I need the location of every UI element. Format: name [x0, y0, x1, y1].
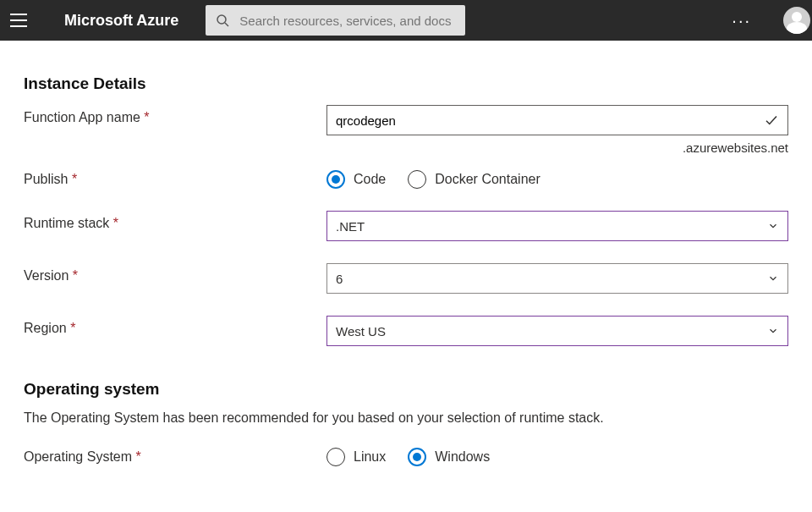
- top-bar: Microsoft Azure ···: [0, 0, 812, 41]
- hamburger-menu-icon[interactable]: [10, 12, 27, 29]
- radio-icon: [408, 448, 426, 466]
- publish-radio-group: Code Docker Container: [326, 167, 788, 189]
- required-mark: *: [113, 216, 118, 230]
- version-select[interactable]: 6: [326, 263, 788, 294]
- region-select[interactable]: West US: [326, 316, 788, 346]
- radio-icon: [408, 170, 426, 189]
- svg-line-1: [225, 23, 228, 26]
- chevron-down-icon: [767, 325, 779, 337]
- required-mark: *: [72, 172, 77, 186]
- label-runtime-stack: Runtime stack *: [24, 211, 326, 231]
- runtime-stack-select[interactable]: .NET: [326, 211, 788, 241]
- radio-icon: [326, 170, 345, 189]
- search-icon: [216, 14, 229, 27]
- os-radio-windows[interactable]: Windows: [408, 448, 490, 466]
- publish-radio-code[interactable]: Code: [326, 170, 386, 189]
- required-mark: *: [70, 321, 75, 335]
- function-app-name-field-wrapper: [326, 105, 788, 135]
- row-publish: Publish * Code Docker Container: [24, 167, 788, 189]
- svg-point-0: [217, 15, 226, 24]
- label-function-app-name: Function App name *: [24, 105, 326, 125]
- instance-details-heading: Instance Details: [24, 74, 788, 93]
- label-operating-system: Operating System *: [24, 444, 326, 465]
- label-publish: Publish *: [24, 167, 326, 187]
- form-content: Instance Details Function App name * .az…: [0, 41, 812, 466]
- operating-system-heading: Operating system: [24, 380, 788, 399]
- more-menu-icon[interactable]: ···: [725, 11, 758, 30]
- os-radio-linux[interactable]: Linux: [326, 448, 386, 466]
- radio-label: Code: [354, 172, 386, 187]
- os-radio-group: Linux Windows: [326, 444, 788, 466]
- function-app-name-suffix: .azurewebsites.net: [326, 140, 788, 155]
- row-region: Region * West US: [24, 316, 788, 346]
- label-region: Region *: [24, 316, 326, 336]
- row-version: Version * 6: [24, 263, 788, 294]
- required-mark: *: [73, 268, 78, 283]
- avatar-icon[interactable]: [783, 7, 810, 34]
- function-app-name-input[interactable]: [336, 113, 764, 128]
- radio-label: Docker Container: [435, 172, 540, 187]
- row-function-app-name: Function App name * .azurewebsites.net: [24, 105, 788, 155]
- chevron-down-icon: [767, 220, 779, 232]
- select-value: West US: [336, 324, 386, 339]
- select-value: 6: [336, 272, 343, 286]
- label-version: Version *: [24, 263, 326, 284]
- row-operating-system: Operating System * Linux Windows: [24, 444, 788, 466]
- required-mark: *: [144, 110, 149, 124]
- operating-system-help: The Operating System has been recommende…: [24, 410, 788, 426]
- radio-icon: [326, 448, 345, 466]
- required-mark: *: [136, 449, 141, 464]
- search-input[interactable]: [239, 14, 455, 28]
- brand-label: Microsoft Azure: [64, 12, 178, 30]
- checkmark-icon: [764, 113, 779, 128]
- select-value: .NET: [336, 219, 365, 234]
- publish-radio-docker[interactable]: Docker Container: [408, 170, 540, 189]
- radio-label: Windows: [435, 449, 490, 465]
- row-runtime-stack: Runtime stack * .NET: [24, 211, 788, 241]
- global-search[interactable]: [206, 5, 465, 36]
- radio-label: Linux: [354, 449, 386, 465]
- chevron-down-icon: [767, 273, 779, 284]
